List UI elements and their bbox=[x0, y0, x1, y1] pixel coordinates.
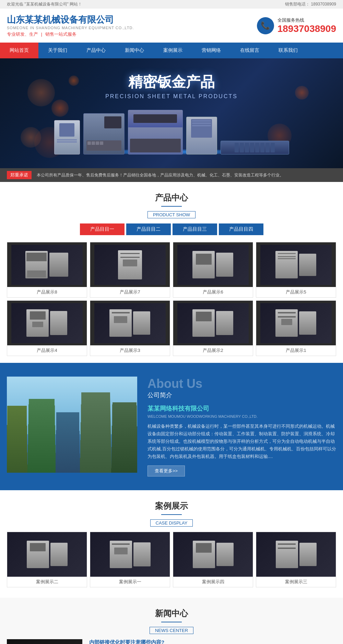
product-img-2 bbox=[173, 301, 253, 345]
welcome-text: 欢迎光临 "某某机械设备有限公司" 网站！ bbox=[7, 1, 82, 7]
product-silhouette-2 bbox=[83, 113, 125, 154]
tagline: 专业研发、生产 | 销售一站式服务 bbox=[7, 31, 134, 37]
notice-bar: 郑重承诺 本公司所有产品质保一年、售后免费售后服务！产品销往全国各地，产品应用涉… bbox=[0, 168, 343, 182]
machine-img-3 bbox=[109, 309, 132, 337]
nav-item-about[interactable]: 关于我们 bbox=[38, 43, 77, 58]
product-silhouette-1 bbox=[54, 120, 80, 154]
product-item-2[interactable]: 产品展示2 bbox=[173, 300, 253, 356]
product-img-inner-5 bbox=[260, 245, 332, 285]
news-section: 新闻中心 NEWS CENTER YOUTUBE POPULAR MEDIA M… bbox=[0, 598, 343, 644]
case-item-1[interactable]: 案例展示一 bbox=[90, 532, 170, 587]
news-list: 内部链接优化时要注意哪些内容? 内部链接优化是对网站的站内链接进行优化。在页链优… bbox=[89, 639, 336, 644]
products-title-wrap: 产品中心 PRODUCT SHOW bbox=[0, 182, 343, 223]
case-label-4: 案例展示四 bbox=[173, 577, 253, 587]
case-machine-3b bbox=[299, 543, 317, 566]
product-item-3[interactable]: 产品展示3 bbox=[90, 300, 170, 356]
product-label-4: 产品展示4 bbox=[7, 345, 87, 356]
about-content: About Us 公司简介 某某网络科技有限公司 WELCOME MOUMOU … bbox=[147, 377, 336, 476]
product-label-2: 产品展示2 bbox=[173, 345, 253, 356]
case-machine-3 bbox=[276, 541, 298, 568]
banner-title-en: PRECISION SHEET METAL PRODUCTS bbox=[54, 93, 289, 100]
product-tab-1[interactable]: 产品目目一 bbox=[80, 223, 125, 235]
product-silhouette-4 bbox=[186, 117, 217, 154]
case-machine-1 bbox=[110, 541, 132, 568]
product-tab-4[interactable]: 产品目目四 bbox=[219, 223, 263, 235]
product-label-5: 产品展示5 bbox=[256, 287, 336, 297]
news-divider bbox=[161, 622, 182, 622]
nav-item-products[interactable]: 产品中心 bbox=[77, 43, 115, 58]
nav-item-contact[interactable]: 联系我们 bbox=[269, 43, 307, 58]
product-img-7 bbox=[90, 242, 170, 287]
product-img-3 bbox=[90, 301, 170, 345]
product-label-7: 产品展示7 bbox=[90, 287, 170, 297]
nav-item-network[interactable]: 营销网络 bbox=[192, 43, 230, 58]
building-green-1 bbox=[7, 406, 27, 473]
product-tab-3[interactable]: 产品目目三 bbox=[173, 223, 217, 235]
banner-title-cn: 精密钣金产品 bbox=[54, 72, 289, 92]
machine-img-5b bbox=[299, 254, 316, 276]
products-title-cn: 产品中心 bbox=[0, 192, 343, 203]
about-more-button[interactable]: 查看更多>> bbox=[147, 465, 185, 476]
case-machine-2 bbox=[27, 541, 49, 568]
product-tabs: 产品目目一 产品目目二 产品目目三 产品目目四 bbox=[0, 223, 343, 235]
nav-item-message[interactable]: 在线留言 bbox=[230, 43, 269, 58]
news-img-inner: YOUTUBE POPULAR MEDIA MOBILE FLICKR PEOP… bbox=[7, 639, 82, 644]
product-tab-2[interactable]: 产品目目二 bbox=[126, 223, 171, 235]
case-item-4[interactable]: 案例展示四 bbox=[173, 532, 253, 587]
product-img-6 bbox=[173, 242, 253, 287]
machine-img-8 bbox=[25, 251, 48, 278]
products-section: 产品中心 PRODUCT SHOW 产品目目一 产品目目二 产品目目三 产品目目… bbox=[0, 182, 343, 363]
banner-products bbox=[54, 110, 289, 154]
machine-img-1b bbox=[299, 311, 316, 335]
product-img-5 bbox=[256, 242, 336, 287]
hotline-text: 全国服务热线 18937038909 bbox=[277, 17, 336, 34]
product-item-6[interactable]: 产品展示6 bbox=[173, 242, 253, 298]
case-machine-4b bbox=[216, 543, 234, 566]
machine-img-6b bbox=[216, 253, 233, 277]
banner-content: 精密钣金产品 PRECISION SHEET METAL PRODUCTS bbox=[54, 72, 289, 154]
news-item-1: 内部链接优化时要注意哪些内容? 内部链接优化是对网站的站内链接进行优化。在页链优… bbox=[89, 639, 336, 644]
product-item-7[interactable]: 产品展示7 bbox=[90, 242, 170, 298]
case-item-2[interactable]: 案例展示二 bbox=[7, 532, 87, 587]
case-label-1: 案例展示一 bbox=[90, 577, 170, 587]
products-title-en: PRODUCT SHOW bbox=[147, 211, 196, 218]
news-title-cn: 新闻中心 bbox=[0, 608, 343, 619]
machine-img-1 bbox=[275, 309, 298, 337]
product-img-inner-1 bbox=[260, 303, 332, 343]
case-img-2 bbox=[7, 532, 87, 577]
case-label-2: 案例展示二 bbox=[7, 577, 87, 587]
product-item-8[interactable]: 产品展示8 bbox=[7, 242, 87, 298]
product-img-inner-2 bbox=[177, 303, 249, 343]
nav-item-cases[interactable]: 案例展示 bbox=[154, 43, 192, 58]
news-item-title-1[interactable]: 内部链接优化时要注意哪些内容? bbox=[89, 639, 336, 644]
machine-img-4b bbox=[50, 311, 67, 335]
case-machine-2b bbox=[50, 543, 68, 566]
products-divider bbox=[161, 206, 182, 207]
nav-item-home[interactable]: 网站首页 bbox=[0, 43, 38, 58]
product-img-inner-8 bbox=[11, 245, 83, 285]
about-img-bg bbox=[7, 377, 137, 473]
case-label-3: 案例展示三 bbox=[256, 577, 336, 587]
nav-item-news[interactable]: 新闻中心 bbox=[115, 43, 154, 58]
hero-banner: 精密钣金产品 PRECISION SHEET METAL PRODUCTS bbox=[0, 58, 343, 168]
product-img-8 bbox=[7, 242, 87, 287]
machine-img-2 bbox=[192, 309, 215, 337]
header: 山东某某机械设备有限公司 SOMEONE IN SHANDONG MACHINE… bbox=[0, 9, 343, 43]
building-green-3 bbox=[80, 392, 112, 473]
cases-grid: 案例展示二 案例展示一 案例展示四 bbox=[0, 532, 343, 587]
case-img-4 bbox=[173, 532, 253, 577]
machine-img-7 bbox=[118, 250, 142, 279]
notice-text: 本公司所有产品质保一年、售后免费售后服务！产品销往全国各地，产品应用涉及电力、机… bbox=[37, 172, 284, 178]
product-item-5[interactable]: 产品展示5 bbox=[256, 242, 336, 298]
cases-section: 案例展示 CASE DISPLAY 案例展示二 案例展示一 bbox=[0, 490, 343, 598]
product-img-1 bbox=[256, 301, 336, 345]
product-grid: 产品展示8 产品展示7 bbox=[0, 242, 343, 363]
case-item-3[interactable]: 案例展示三 bbox=[256, 532, 336, 587]
product-silhouette-3 bbox=[128, 110, 183, 154]
product-item-1[interactable]: 产品展示1 bbox=[256, 300, 336, 356]
product-item-4[interactable]: 产品展示4 bbox=[7, 300, 87, 356]
machine-img-5 bbox=[275, 251, 298, 278]
product-silhouette-5 bbox=[221, 141, 289, 154]
about-description: 机械设备种类繁多，机械设备运行时，某一些部件甚至其本身可进行不同形式的机械运动。… bbox=[147, 423, 336, 460]
building-green-4 bbox=[111, 402, 137, 473]
